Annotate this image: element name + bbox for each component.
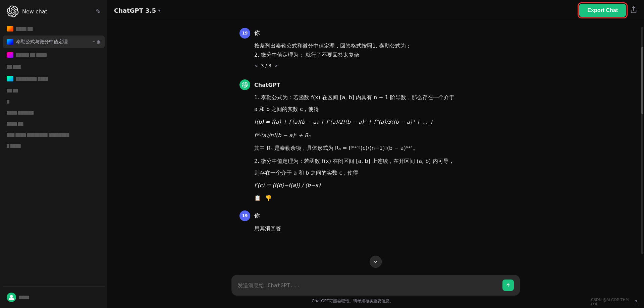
list-item[interactable]: ████ ██ — [3, 119, 105, 129]
list-item[interactable]: █████ ██ ████ — [3, 49, 105, 61]
item-thumbnail — [7, 76, 13, 81]
list-item-active[interactable]: 泰勒公式与微分中值定理 ··· 🗑 — [3, 36, 105, 48]
item-text: ████████ ████ — [16, 77, 101, 81]
item-thumbnail — [7, 26, 13, 32]
scroll-down-button[interactable] — [370, 256, 382, 268]
item-text: 泰勒公式与微分中值定理 — [16, 39, 89, 45]
section1-rn: 其中 Rₙ 是泰勒余项，具体形式为 Rₙ = f⁽ⁿ⁺¹⁾(c)/(n+1)!(… — [254, 143, 512, 152]
message-header: 19 你 — [239, 210, 512, 221]
list-item[interactable]: █ ████ — [3, 141, 105, 151]
username-text: ████ — [19, 296, 101, 299]
edit-icon[interactable]: ✎ — [96, 8, 101, 15]
nav-page: 3 / 3 — [261, 62, 271, 70]
sidebar-bottom: ████ — [3, 286, 105, 305]
nav-next[interactable]: > — [274, 62, 278, 70]
top-bar-actions: Export Chat — [579, 4, 637, 17]
model-selector[interactable]: ChatGPT 3.5 ▾ — [114, 7, 160, 14]
item-text: ██ ███ — [7, 65, 101, 69]
message-header: 19 你 — [239, 28, 512, 39]
list-item[interactable]: ████ ██████ — [3, 108, 105, 118]
top-bar: ChatGPT 3.5 ▾ Export Chat — [107, 0, 644, 21]
send-button[interactable] — [502, 280, 514, 291]
sidebar-header: New chat ✎ — [3, 3, 105, 20]
section1-line2: a 和 b 之间的实数 c，使得 — [254, 105, 512, 114]
input-wrapper — [231, 275, 520, 296]
user-message-2: 19 你 用其消回答 — [239, 210, 512, 233]
item-text: █ ████ — [7, 144, 101, 148]
user-avatar — [7, 293, 16, 302]
scrollbar-track[interactable] — [641, 27, 643, 254]
question-mark-icon[interactable]: ? — [635, 299, 637, 304]
message-body: 按条列出泰勒公式和微分中值定理，回答格式按照1. 泰勒公式为： 2. 微分中值定… — [239, 41, 512, 70]
formula-1: f(b) = f(a) + f′(a)(b − a) + f″(a)/2!(b … — [254, 117, 512, 127]
item-text: ██ ██ — [7, 89, 101, 93]
message-author: ChatGPT — [254, 82, 280, 88]
model-name: ChatGPT 3.5 — [114, 7, 156, 14]
message-body: 1. 泰勒公式为：若函数 f(x) 在区间 [a, b] 内具有 n + 1 阶… — [239, 93, 512, 191]
list-item[interactable]: ██ ██ — [3, 85, 105, 96]
disclaimer-text: ChatGPT可能会犯错。请考虑核实重要信息。 — [114, 296, 591, 308]
list-item[interactable]: ███ ████ ████████ ████████ — [3, 130, 105, 140]
item-text: ███ ████ ████████ ████████ — [7, 133, 101, 137]
sidebar: New chat ✎ ████ ██ 泰勒公式与微分中值定理 ··· 🗑 ███… — [0, 0, 107, 308]
user-message-1: 19 你 按条列出泰勒公式和微分中值定理，回答格式按照1. 泰勒公式为： 2. … — [239, 28, 512, 70]
partial-message-text: 用其消回答 — [254, 225, 281, 232]
item-text: ████ ██████ — [7, 111, 101, 115]
svg-point-0 — [10, 295, 13, 298]
sidebar-logo-area: New chat — [7, 5, 47, 17]
copy-button[interactable]: 📋 — [254, 195, 261, 201]
message-body: 用其消回答 — [239, 224, 512, 233]
item-text: ████ ██ — [7, 122, 101, 126]
formula-2: f′(c) = (f(b)−f(a)) / (b−a) — [254, 180, 512, 191]
message-line-2: 2. 微分中值定理为： 就行了不要回答太复杂 — [254, 50, 512, 59]
export-chat-button[interactable]: Export Chat — [579, 4, 626, 17]
item-text: █████ ██ ████ — [16, 53, 101, 57]
footer-row: ChatGPT可能会犯错。请考虑核实重要信息。 CSDN @ALGORITHM … — [114, 296, 637, 308]
user-profile-item[interactable]: ████ — [3, 289, 105, 305]
scrollbar-thumb[interactable] — [641, 47, 643, 114]
list-item[interactable]: ████████ ████ — [3, 73, 105, 85]
message-actions: 📋 👎 — [239, 195, 512, 201]
message-author: 你 — [254, 30, 260, 37]
user-avatar: 19 — [239, 28, 250, 39]
list-item[interactable]: ████ ██ — [3, 23, 105, 35]
chevron-down-icon: ▾ — [158, 8, 160, 13]
item-text: █ — [7, 100, 101, 104]
section2-intro: 2. 微分中值定理为：若函数 f(x) 在闭区间 [a, b] 上连续，在开区间… — [254, 157, 512, 166]
item-thumbnail — [7, 39, 13, 45]
thumbs-down-button[interactable]: 👎 — [265, 195, 272, 201]
message-header: ChatGPT — [239, 79, 512, 90]
item-thumbnail — [7, 52, 13, 58]
new-chat-label: New chat — [22, 8, 47, 15]
list-item[interactable]: █ — [3, 97, 105, 107]
nav-prev[interactable]: < — [254, 62, 258, 70]
user-avatar: 19 — [239, 210, 250, 221]
message-line-1: 按条列出泰勒公式和微分中值定理，回答格式按照1. 泰勒公式为： — [254, 41, 512, 50]
message-container: 19 你 按条列出泰勒公式和微分中值定理，回答格式按照1. 泰勒公式为： 2. … — [231, 28, 520, 242]
item-text: ████ ██ — [16, 27, 101, 31]
share-icon[interactable] — [630, 6, 637, 15]
list-item[interactable]: ██ ███ — [3, 62, 105, 72]
message-author: 你 — [254, 212, 260, 220]
item-actions: ··· 🗑 — [92, 40, 101, 44]
formula-1b: f⁽ⁿ⁾(a)/n!(b − a)ⁿ + Rₙ — [254, 130, 512, 141]
section2-line2: 则存在一个介于 a 和 b 之间的实数 c，使得 — [254, 168, 512, 177]
section1-intro: 1. 泰勒公式为：若函数 f(x) 在区间 [a, b] 内具有 n + 1 阶… — [254, 93, 512, 102]
sidebar-list: ████ ██ 泰勒公式与微分中值定理 ··· 🗑 █████ ██ ████ … — [3, 23, 105, 285]
chatgpt-logo-icon — [7, 5, 19, 17]
chatgpt-avatar — [239, 79, 250, 90]
main-content: ChatGPT 3.5 ▾ Export Chat 1 — [107, 0, 644, 308]
watermark-text: CSDN @ALGORITHM LOL — [591, 298, 632, 306]
chat-input[interactable] — [237, 282, 498, 289]
message-nav: < 3 / 3 > — [254, 62, 512, 70]
bot-message-1: ChatGPT 1. 泰勒公式为：若函数 f(x) 在区间 [a, b] 内具有… — [239, 79, 512, 201]
input-area: ChatGPT可能会犯错。请考虑核实重要信息。 CSDN @ALGORITHM … — [107, 271, 644, 308]
chat-area: 19 你 按条列出泰勒公式和微分中值定理，回答格式按照1. 泰勒公式为： 2. … — [107, 21, 644, 271]
